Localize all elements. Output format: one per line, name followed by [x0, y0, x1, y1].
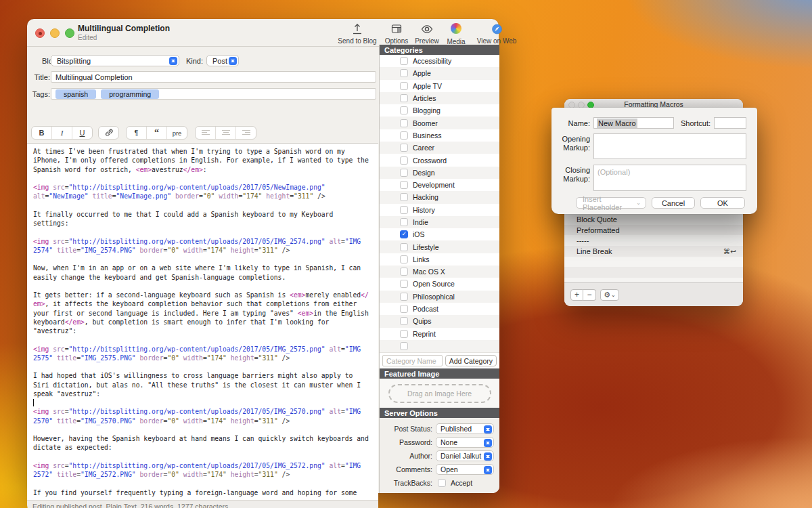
editor-line[interactable]: It finally occurred to me that I could a…	[33, 210, 378, 219]
category-checkbox[interactable]	[400, 131, 408, 140]
editor-line[interactable]: <img src="http://bitsplitting.org/wp-con…	[33, 237, 378, 246]
category-row[interactable]: Boomer	[380, 117, 499, 129]
category-row[interactable]: Mac OS X	[380, 266, 499, 278]
editor-line[interactable]	[33, 425, 378, 434]
post-status-popup[interactable]: Published	[436, 423, 494, 434]
insert-placeholder-popup[interactable]: Insert Placeholder ⌄	[576, 197, 646, 209]
category-checkbox[interactable]	[400, 156, 408, 165]
macro-row[interactable]: -----	[564, 235, 743, 246]
align-right-button[interactable]	[236, 127, 256, 139]
category-checkbox[interactable]	[400, 106, 408, 114]
macro-actions-button[interactable]: ⚙ ⌄	[600, 289, 619, 301]
category-row[interactable]: Philosophical	[380, 291, 499, 303]
cancel-button[interactable]: Cancel	[652, 197, 695, 209]
macro-shortcut-input[interactable]	[714, 117, 746, 129]
editor-line[interactable]: iPhone, I'm only offered completions in …	[33, 156, 378, 165]
category-row[interactable]: Development	[380, 179, 499, 191]
editor-line[interactable]: your first or second language is include…	[33, 309, 378, 318]
editor-line[interactable]: Siri dictation, but alas no. "All these …	[33, 381, 378, 389]
minimize-button[interactable]	[50, 28, 60, 38]
titlebar[interactable]: Multilingual Completion Edited Send to B…	[27, 19, 499, 47]
category-row[interactable]: Design	[380, 167, 499, 179]
category-checkbox[interactable]	[400, 243, 408, 251]
editor-line[interactable]: keyboard</em>, but completion is smart e…	[33, 318, 378, 326]
category-checkbox[interactable]	[400, 230, 408, 238]
category-checkbox[interactable]	[400, 342, 408, 350]
opening-markup-textarea[interactable]	[593, 133, 746, 159]
category-checkbox[interactable]	[400, 94, 408, 102]
category-row[interactable]: History	[380, 204, 499, 216]
editor-line[interactable]: However, having the Spanish keyboard at …	[33, 434, 378, 443]
category-row[interactable]: Lifestyle	[380, 240, 499, 253]
editor-line[interactable]	[33, 398, 378, 407]
category-row[interactable]: Podcast	[380, 303, 499, 315]
password-popup[interactable]: None	[436, 437, 494, 448]
category-checkbox[interactable]	[400, 119, 408, 127]
close-button[interactable]	[35, 28, 45, 38]
toolbar-options[interactable]: Options	[382, 22, 411, 45]
blog-popup[interactable]: Bitsplitting	[51, 55, 179, 66]
category-row[interactable]: Reprint	[380, 328, 499, 340]
category-checkbox[interactable]	[400, 144, 408, 152]
editor-line[interactable]	[33, 479, 378, 488]
macro-row[interactable]: Preformatted	[564, 225, 743, 236]
editor-line[interactable]: <img src="http://bitsplitting.org/wp-con…	[33, 461, 378, 470]
editor-line[interactable]: <img src="http://bitsplitting.org/wp-con…	[33, 183, 378, 192]
category-checkbox[interactable]	[400, 181, 408, 189]
category-checkbox[interactable]	[400, 255, 408, 263]
editor-line[interactable]	[33, 228, 378, 236]
category-checkbox[interactable]	[400, 57, 408, 65]
link-button[interactable]	[99, 127, 118, 139]
category-name-input[interactable]	[382, 355, 443, 366]
editor-line[interactable]: If you find yourself frequently typing a…	[33, 488, 378, 497]
category-checkbox[interactable]	[400, 268, 408, 276]
editor-line[interactable]: settings:	[33, 219, 378, 228]
underline-button[interactable]: U	[72, 127, 92, 139]
tag-chip[interactable]: programming	[101, 89, 159, 99]
toolbar-view-on-web[interactable]: View on Web	[472, 22, 521, 45]
category-row[interactable]: Hacking	[380, 191, 499, 203]
add-macro-button[interactable]: +	[570, 289, 583, 301]
blockquote-button[interactable]: “	[147, 127, 167, 139]
tag-chip[interactable]: spanish	[55, 89, 96, 99]
category-row[interactable]: Open Source	[380, 278, 499, 290]
editor-line[interactable]: I had hoped that iOS's willingness to cr…	[33, 371, 378, 380]
category-checkbox[interactable]	[400, 193, 408, 201]
category-row[interactable]: Crossword	[380, 154, 499, 166]
editor-line[interactable]: 2570" title="IMG_2570.PNG" border="0" wi…	[33, 417, 378, 425]
add-category-button[interactable]: Add Category	[445, 355, 497, 366]
editor-line[interactable]: easily change the keyboard and get Spani…	[33, 273, 378, 282]
editor-line[interactable]: "avestruz":	[33, 326, 378, 335]
editor-line[interactable]	[33, 452, 378, 461]
category-checkbox[interactable]	[400, 305, 408, 313]
image-drop-zone[interactable]: Drag an Image Here	[388, 384, 491, 403]
category-row[interactable]: Indie	[380, 216, 499, 228]
editor-line[interactable]: alt="NewImage" title="NewImage.png" bord…	[33, 192, 378, 200]
category-row[interactable]: Business	[380, 129, 499, 142]
kind-popup[interactable]: Post	[206, 55, 239, 66]
toolbar-media[interactable]: Media	[443, 22, 470, 45]
editor-line[interactable]: Now, when I'm in an app or on a web site…	[33, 263, 378, 272]
tags-input[interactable]: spanish programming	[51, 88, 376, 100]
trackbacks-checkbox[interactable]	[438, 479, 446, 487]
editor-line[interactable]	[33, 201, 378, 210]
editor-line[interactable]: em>, it affects the keyboard completion …	[33, 299, 378, 308]
category-row[interactable]: iOS	[380, 228, 499, 240]
category-checkbox[interactable]	[400, 82, 408, 90]
editor-line[interactable]	[33, 174, 378, 183]
bold-button[interactable]: B	[32, 127, 52, 139]
macro-name-input[interactable]: New Macro	[593, 117, 674, 129]
category-row[interactable]: Apple TV	[380, 80, 499, 92]
ok-button[interactable]: OK	[700, 197, 745, 209]
comments-popup[interactable]: Open	[436, 464, 494, 475]
editor-line[interactable]: speak "avestruz":	[33, 389, 378, 398]
pre-button[interactable]: pre	[167, 127, 187, 139]
category-row[interactable]	[380, 340, 499, 352]
closing-markup-textarea[interactable]: (Optional)	[593, 165, 746, 191]
editor-line[interactable]	[33, 362, 378, 371]
macro-row[interactable]: Block Quote	[564, 214, 743, 225]
align-center-button[interactable]	[216, 127, 236, 139]
align-left-button[interactable]	[196, 127, 216, 139]
category-checkbox[interactable]	[400, 280, 408, 288]
editor-line[interactable]: dictate as expected:	[33, 443, 378, 452]
